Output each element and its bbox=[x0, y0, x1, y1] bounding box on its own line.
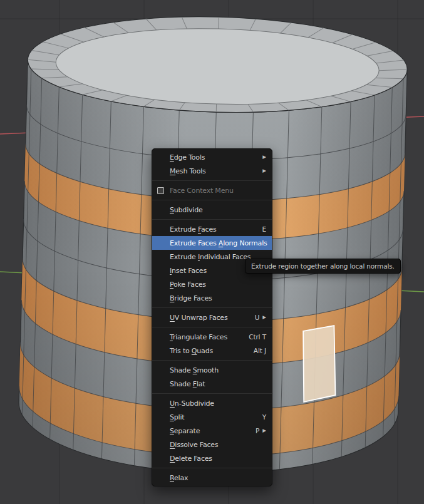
menu-item-label: UV Unwrap Faces bbox=[170, 314, 227, 322]
menu-item-label: Subdivide bbox=[170, 206, 203, 214]
menu-item-mesh-tools[interactable]: Mesh Tools▶ bbox=[152, 164, 272, 178]
menu-separator bbox=[152, 217, 272, 222]
menu-item-shade-flat[interactable]: Shade Flat bbox=[152, 377, 272, 391]
menu-item-label: Extrude Faces bbox=[170, 225, 217, 234]
submenu-arrow-icon: ▶ bbox=[262, 428, 266, 433]
tooltip: Extrude region together along local norm… bbox=[245, 259, 401, 274]
menu-item-face-context-menu: Face Context Menu bbox=[152, 183, 272, 197]
menu-item-label: Poke Faces bbox=[170, 280, 206, 289]
menu-item-bridge-faces[interactable]: Bridge Faces bbox=[152, 291, 272, 305]
menu-item-right: E bbox=[262, 225, 266, 233]
menu-item-shade-smooth[interactable]: Shade Smooth bbox=[152, 363, 272, 377]
face-context-menu: Edge Tools▶Mesh Tools▶Face Context MenuS… bbox=[152, 148, 272, 486]
submenu-arrow-icon: ▶ bbox=[262, 315, 266, 320]
menu-item-un-subdivide[interactable]: Un-Subdivide bbox=[152, 396, 272, 410]
menu-item-triangulate-faces[interactable]: Triangulate FacesCtrl T bbox=[152, 330, 272, 344]
menu-item-label: Inset Faces bbox=[170, 267, 207, 275]
menu-item-label: Triangulate Faces bbox=[170, 333, 227, 341]
shortcut-label: Ctrl T bbox=[249, 333, 266, 341]
menu-item-poke-faces[interactable]: Poke Faces bbox=[152, 277, 272, 291]
menu-item-label: Un-Subdivide bbox=[170, 399, 214, 408]
shortcut-label: Y bbox=[262, 413, 266, 421]
menu-separator bbox=[152, 197, 272, 203]
menu-separator bbox=[152, 324, 272, 330]
menu-item-relax[interactable]: Relax bbox=[152, 471, 272, 485]
menu-item-label: Extrude Individual Faces bbox=[170, 253, 251, 261]
shortcut-label: E bbox=[262, 225, 266, 233]
menu-item-label: Mesh Tools bbox=[170, 167, 206, 175]
menu-separator bbox=[152, 305, 272, 311]
menu-panel-icon bbox=[157, 187, 164, 194]
menu-item-separate[interactable]: SeparateP▶ bbox=[152, 424, 272, 438]
shortcut-label: P bbox=[256, 427, 259, 435]
submenu-arrow-icon: ▶ bbox=[262, 155, 266, 160]
menu-separator bbox=[152, 391, 272, 396]
menu-item-label: Shade Smooth bbox=[170, 366, 219, 374]
shortcut-label: Alt J bbox=[254, 347, 266, 354]
menu-item-label: Bridge Faces bbox=[170, 294, 212, 302]
menu-item-right: Y bbox=[262, 413, 266, 421]
menu-separator bbox=[152, 465, 272, 471]
menu-item-right: ▶ bbox=[262, 155, 266, 160]
menu-item-right: ▶ bbox=[262, 168, 266, 173]
menu-item-label: Tris to Quads bbox=[170, 347, 213, 355]
active-face-highlight[interactable] bbox=[301, 325, 337, 403]
menu-item-right: U▶ bbox=[255, 314, 266, 321]
menu-item-extrude-faces-along-normals[interactable]: Extrude Faces Along Normals bbox=[152, 236, 272, 250]
menu-item-right: Ctrl T bbox=[249, 333, 266, 341]
menu-item-delete-faces[interactable]: Delete Faces bbox=[152, 451, 272, 465]
menu-item-extrude-faces[interactable]: Extrude FacesE bbox=[152, 222, 272, 236]
menu-item-right: P▶ bbox=[256, 427, 266, 435]
menu-item-label: Delete Faces bbox=[170, 455, 212, 463]
menu-item-label: Dissolve Faces bbox=[170, 441, 218, 449]
menu-item-edge-tools[interactable]: Edge Tools▶ bbox=[152, 150, 272, 164]
submenu-arrow-icon: ▶ bbox=[262, 168, 266, 173]
shortcut-label: U bbox=[255, 314, 260, 321]
menu-item-label: Separate bbox=[170, 427, 200, 435]
menu-item-right: Alt J bbox=[254, 347, 266, 354]
menu-item-uv-unwrap-faces[interactable]: UV Unwrap FacesU▶ bbox=[152, 311, 272, 324]
menu-item-label: Split bbox=[170, 413, 184, 421]
menu-item-label: Shade Flat bbox=[170, 380, 205, 388]
menu-separator bbox=[152, 357, 272, 363]
menu-item-label: Extrude Faces Along Normals bbox=[170, 239, 267, 247]
menu-item-subdivide[interactable]: Subdivide bbox=[152, 203, 272, 217]
menu-item-label: Relax bbox=[170, 474, 188, 482]
menu-item-tris-to-quads[interactable]: Tris to QuadsAlt J bbox=[152, 344, 272, 357]
menu-item-split[interactable]: SplitY bbox=[152, 410, 272, 424]
menu-separator bbox=[152, 178, 272, 183]
menu-item-label: Face Context Menu bbox=[170, 187, 234, 195]
stage: Edge Tools▶Mesh Tools▶Face Context MenuS… bbox=[0, 0, 424, 504]
menu-item-dissolve-faces[interactable]: Dissolve Faces bbox=[152, 438, 272, 451]
menu-item-label: Edge Tools bbox=[170, 153, 205, 162]
tooltip-text: Extrude region together along local norm… bbox=[251, 262, 395, 270]
